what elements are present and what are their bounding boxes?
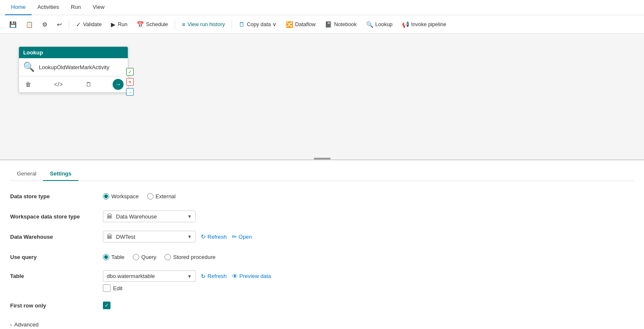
lookup-node: Lookup 🔍 LookupOldWaterMarkActivity 🗑 </… [19,46,128,93]
node-actions: 🗑 </> 🗒 → [19,76,128,92]
dw-arrow: ▼ [187,234,192,239]
dw-icon: 🏛 [107,233,113,240]
node-copy-button[interactable]: 🗒 [84,80,94,89]
radio-group-data-store-type: Workspace External [103,193,176,200]
workspace-data-store-type-control: 🏛 Data Warehouse ▼ [103,210,196,222]
table-edit-row: Edit [103,284,122,292]
schedule-button[interactable]: 📅 Schedule [132,19,172,30]
separator-2 [175,19,175,30]
first-row-only-control: ✓ [103,302,110,309]
form-row-data-store-type: Data store type Workspace External [10,189,634,203]
nav-run[interactable]: Run [65,0,87,15]
radio-group-use-query: Table Query Stored procedure [103,254,216,260]
notebook-button[interactable]: 📓 Notebook [321,19,361,30]
connector-fail[interactable]: ✕ [126,78,134,86]
panel-tabs: General Settings [10,167,634,181]
label-use-query: Use query [10,254,103,260]
dw-open-link[interactable]: ✏ Open [232,233,252,240]
radio-external[interactable]: External [147,193,176,200]
tab-general[interactable]: General [10,167,43,181]
data-warehouse-dropdown[interactable]: 🏛 DWTest ▼ [103,231,196,243]
node-lookup-icon: 🔍 [23,62,35,73]
edit-label: Edit [113,285,122,291]
node-header: Lookup [19,47,128,58]
run-button[interactable]: ▶ Run [107,19,132,30]
separator-1 [69,19,69,30]
node-body: 🔍 LookupOldWaterMarkActivity [19,58,128,76]
notebook-icon: 📓 [325,21,332,28]
validate-button[interactable]: ✓ Validate [72,19,106,30]
nav-home[interactable]: Home [5,0,32,15]
node-delete-button[interactable]: 🗑 [23,80,33,89]
toolbar: 💾 📋 ⚙ ↩ ✓ Validate ▶ Run 📅 Schedule ≡ Vi… [0,15,644,34]
lookup-icon: 🔍 [366,21,373,28]
workspace-ds-label: Data Warehouse [116,213,184,220]
form-row-table: Table dbo.watermarktable ▼ ↻ Refresh 👁 P… [10,270,634,292]
radio-workspace[interactable]: Workspace [103,193,139,200]
save-as-icon: 📋 [26,21,33,28]
canvas-area: Lookup 🔍 LookupOldWaterMarkActivity 🗑 </… [0,34,644,160]
invoke-pipeline-button[interactable]: 📢 Invoke pipeline [398,19,450,30]
form-row-workspace-data-store-type: Workspace data store type 🏛 Data Warehou… [10,210,634,223]
first-row-only-checkbox[interactable]: ✓ [103,302,110,309]
top-nav: Home Activities Run View [0,0,644,15]
radio-query[interactable]: Query [133,254,156,260]
table-label: dbo.watermarktable [107,273,184,279]
form-row-use-query: Use query Table Query Stored procedure [10,250,634,264]
dataflow-button[interactable]: 🔀 Dataflow [282,19,320,30]
label-first-row-only: First row only [10,302,103,309]
table-refresh-icon: ↻ [201,273,206,280]
dw-refresh-icon: ↻ [201,233,206,240]
resize-handle[interactable] [314,158,331,159]
save-icon: 💾 [9,21,16,28]
advanced-label: Advanced [14,321,39,328]
table-arrow: ▼ [187,274,192,279]
gear-icon: ⚙ [42,21,48,28]
copy-data-icon: 🗒 [239,21,245,28]
workspace-ds-icon: 🏛 [107,213,113,220]
radio-table[interactable]: Table [103,254,124,260]
separator-3 [232,19,232,30]
node-title: LookupOldWaterMarkActivity [39,64,109,70]
table-preview-icon: 👁 [232,273,238,280]
run-icon: ▶ [111,21,116,28]
node-connectors: ✓ ✕ → [126,68,134,96]
form-row-first-row-only: First row only ✓ [10,299,634,312]
workspace-data-store-type-dropdown[interactable]: 🏛 Data Warehouse ▼ [103,210,196,222]
dw-open-icon: ✏ [232,233,237,240]
data-warehouse-control: 🏛 DWTest ▼ ↻ Refresh ✏ Open [103,231,252,243]
node-go-button[interactable]: → [113,79,124,90]
label-data-warehouse: Data Warehouse [10,234,103,240]
radio-stored-procedure[interactable]: Stored procedure [164,254,215,260]
save-as-button[interactable]: 📋 [22,19,37,30]
undo-button[interactable]: ↩ [53,19,66,30]
label-data-store-type: Data store type [10,193,103,200]
tab-settings[interactable]: Settings [43,167,78,181]
nav-view[interactable]: View [87,0,110,15]
dw-refresh-link[interactable]: ↻ Refresh [201,233,227,240]
edit-checkbox[interactable] [103,284,110,292]
dw-label: DWTest [116,234,184,240]
table-preview-link[interactable]: 👁 Preview data [232,273,271,280]
bottom-panel: General Settings Data store type Workspa… [0,160,644,329]
copy-data-button[interactable]: 🗒 Copy data ∨ [234,19,280,30]
schedule-icon: 📅 [137,21,144,28]
connector-success[interactable]: ✓ [126,68,134,76]
advanced-chevron-icon: › [10,322,12,327]
table-dropdown[interactable]: dbo.watermarktable ▼ [103,270,196,282]
invoke-pipeline-icon: 📢 [402,21,409,28]
save-button[interactable]: 💾 [5,19,21,30]
table-refresh-link[interactable]: ↻ Refresh [201,273,227,280]
node-code-button[interactable]: </> [52,80,65,89]
lookup-button[interactable]: 🔍 Lookup [362,19,397,30]
table-control: dbo.watermarktable ▼ ↻ Refresh 👁 Preview… [103,270,271,282]
connector-next[interactable]: → [126,88,134,96]
label-table: Table [10,273,103,279]
run-history-icon: ≡ [182,21,185,28]
view-run-history-button[interactable]: ≡ View run history [178,19,229,30]
advanced-section[interactable]: › Advanced [10,319,634,329]
undo-icon: ↩ [57,21,62,28]
nav-activities[interactable]: Activities [32,0,65,15]
settings-button[interactable]: ⚙ [38,19,52,30]
label-workspace-data-store-type: Workspace data store type [10,213,103,220]
